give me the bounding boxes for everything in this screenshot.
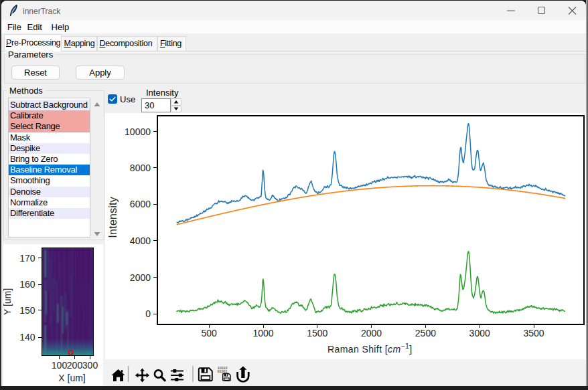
svg-text:150: 150 [19,305,35,316]
svg-text:X [um]: X [um] [58,373,85,383]
svg-text:160: 160 [19,279,35,290]
svg-text:170: 170 [19,253,35,264]
svg-text:10000: 10000 [125,126,151,137]
svg-text:3500: 3500 [523,328,544,338]
svg-text:2000: 2000 [361,328,382,338]
svg-text:Intensity: Intensity [106,197,119,238]
svg-text:140: 140 [19,332,35,343]
svg-text:0: 0 [145,308,151,319]
svg-text:4000: 4000 [130,235,151,246]
svg-text:100: 100 [52,360,68,371]
svg-text:500: 500 [201,328,217,338]
svg-text:Raman Shift [cm−1]: Raman Shift [cm−1] [327,342,413,355]
svg-text:8000: 8000 [130,163,151,173]
svg-text:1500: 1500 [307,328,327,338]
svg-text:6000: 6000 [130,199,151,209]
svg-text:300: 300 [82,360,98,371]
svg-text:3000: 3000 [469,328,490,338]
svg-text:200: 200 [67,360,83,371]
svg-text:1000: 1000 [252,328,273,338]
svg-text:Y [um]: Y [um] [3,288,13,315]
svg-text:2000: 2000 [130,272,151,283]
svg-text:2500: 2500 [415,328,436,338]
